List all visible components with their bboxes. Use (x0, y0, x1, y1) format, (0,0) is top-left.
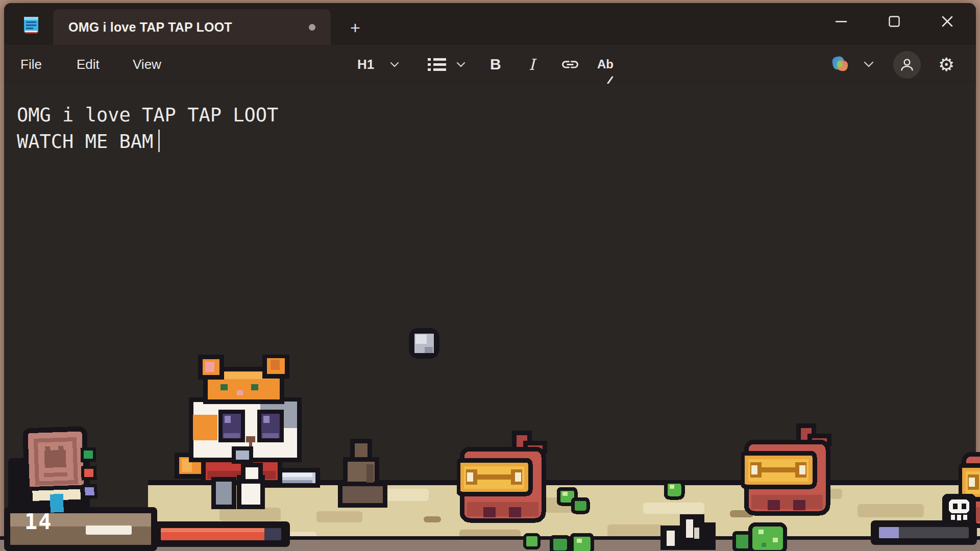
boss-track (879, 527, 969, 538)
cat-hero-sprite (174, 355, 327, 510)
drop-item (659, 512, 721, 551)
game-overlay: 14 (0, 0, 980, 551)
player-hp-bar (152, 521, 290, 547)
boss-progress-bar (871, 520, 977, 545)
loot-bag-enemy[interactable] (457, 430, 551, 524)
ball-icon (408, 328, 440, 359)
loot-bag-enemy[interactable] (741, 422, 836, 517)
spellbook-icon (21, 425, 101, 515)
sand-blotch (857, 504, 924, 517)
sand-blotch (607, 524, 664, 537)
rock (337, 439, 390, 509)
gem-cluster (662, 479, 691, 504)
gem-cluster (522, 533, 544, 551)
loot-bag-sprite (457, 430, 551, 524)
spellbook-count: 14 (24, 509, 53, 534)
boss-fill (879, 527, 899, 538)
rock-icon (337, 439, 390, 509)
spellbook-item[interactable] (21, 425, 101, 515)
hp-track (161, 528, 281, 540)
sand-blotch (316, 511, 362, 522)
cat-hero (174, 355, 327, 510)
desktop: OMG i love TAP TAP LOOT + File Edit View (0, 0, 980, 551)
hp-fill (161, 528, 264, 540)
sand-speck (424, 516, 441, 522)
gem-cluster (732, 520, 789, 551)
loot-bag-sprite (741, 422, 836, 517)
projectile-ball (408, 328, 440, 359)
gem-cluster (555, 486, 596, 517)
gem-cluster (549, 532, 595, 551)
white-bar (86, 525, 132, 535)
